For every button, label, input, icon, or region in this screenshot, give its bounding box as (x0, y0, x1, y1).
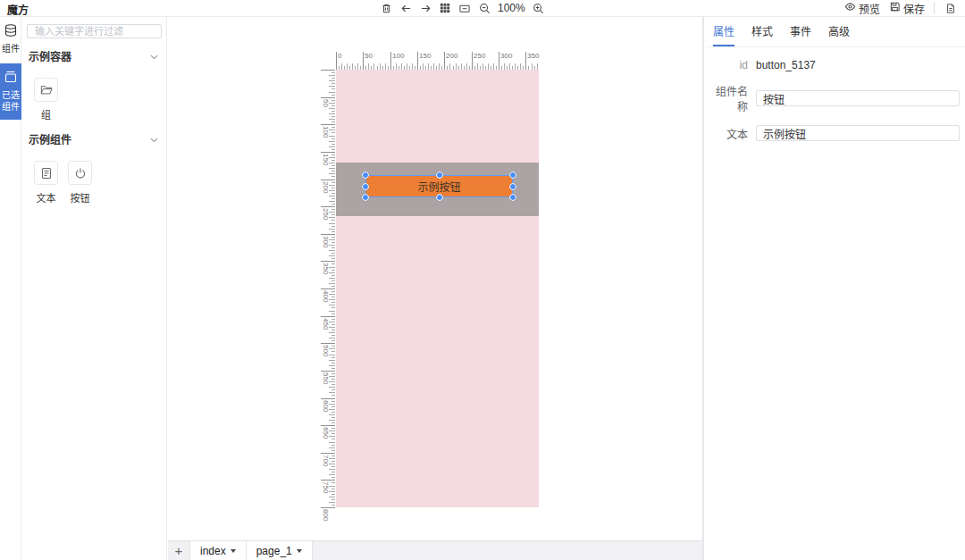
resize-handle-bottom-left[interactable] (362, 194, 369, 201)
id-value: button_5137 (756, 59, 816, 71)
rail-tab-components[interactable]: 组件 (0, 17, 21, 62)
folder-icon (34, 78, 58, 102)
resize-handle-top[interactable] (436, 171, 443, 179)
divider (934, 3, 935, 13)
search-input[interactable] (27, 24, 162, 38)
page-tab-label: page_1 (256, 545, 292, 557)
resize-handle-top-right[interactable] (509, 171, 516, 179)
tab-styles[interactable]: 样式 (751, 23, 773, 46)
page-canvas[interactable]: 示例按钮 (336, 70, 539, 507)
preview-label: 预览 (859, 1, 880, 16)
components-icon (4, 23, 18, 40)
component-items-row: 文本 按钮 (22, 161, 166, 205)
vertical-ruler: 5010015020025030035040045050055060065070… (321, 70, 335, 509)
caret-down-icon (297, 549, 302, 553)
pages-bar: + index page_1 (168, 540, 702, 560)
resize-handle-bottom[interactable] (436, 194, 443, 201)
component-label: 文本 (34, 190, 58, 205)
selected-button-label: 示例按钮 (417, 179, 460, 194)
chevron-down-icon (150, 50, 158, 63)
text-label: 文本 (706, 126, 748, 141)
zoom-out-icon[interactable] (477, 1, 491, 15)
topbar: 魔方 (0, 0, 965, 17)
rail-tab-label: 组件 (2, 43, 20, 54)
section-header-containers[interactable]: 示例容器 (22, 48, 166, 63)
save-icon (889, 1, 901, 15)
zoom-level: 100% (498, 2, 525, 14)
component-label: 组 (34, 107, 58, 121)
topbar-actions: 预览 保存 (844, 0, 958, 16)
inspector-panel: 属性 样式 事件 高级 id button_5137 组件名称 文本 (706, 17, 965, 560)
component-item-group[interactable]: 组 (34, 78, 58, 121)
rail-tab-label-line2: 组件 (2, 101, 20, 113)
inspector-tabs: 属性 样式 事件 高级 (706, 17, 965, 47)
component-name-label: 组件名称 (706, 83, 748, 113)
tab-advanced[interactable]: 高级 (828, 23, 850, 46)
page-tab-page-1[interactable]: page_1 (247, 541, 313, 560)
undo-icon[interactable] (399, 1, 413, 15)
text-file-icon (34, 161, 58, 185)
selected-button[interactable]: 示例按钮 (366, 176, 512, 196)
rail-tab-label-line1: 已选 (2, 89, 20, 101)
chevron-down-icon (150, 133, 158, 146)
caret-down-icon (231, 549, 236, 553)
screen-icon[interactable] (457, 1, 472, 15)
component-item-button[interactable]: 按钮 (68, 161, 92, 205)
resize-handle-top-left[interactable] (362, 171, 369, 179)
section-title: 示例容器 (29, 48, 71, 63)
redo-icon[interactable] (418, 1, 432, 15)
zoom-in-icon[interactable] (532, 1, 546, 15)
grid-icon[interactable] (438, 1, 452, 15)
text-row: 文本 (706, 125, 960, 141)
canvas-toolbar: 100% (379, 0, 546, 16)
trash-icon[interactable] (379, 1, 393, 15)
power-icon (68, 161, 92, 185)
page-tab-label: index (200, 545, 226, 557)
id-label: id (706, 59, 748, 71)
resize-handle-left[interactable] (362, 183, 369, 190)
component-items-row: 组 (22, 78, 166, 121)
component-label: 按钮 (68, 190, 92, 205)
resize-handle-right[interactable] (509, 183, 516, 190)
horizontal-ruler: 050100150200250300350 (336, 52, 543, 70)
component-name-input[interactable] (756, 90, 960, 106)
preview-icon (844, 1, 856, 15)
tab-events[interactable]: 事件 (790, 23, 811, 46)
app-title: 魔方 (7, 2, 29, 17)
resize-handle-bottom-right[interactable] (509, 194, 516, 201)
canvas-workspace: 050100150200250300350 501001502002503003… (168, 17, 704, 560)
components-panel: 示例容器 组 示例组件 文本 (22, 17, 167, 560)
rail-tab-selected-components[interactable]: 已选 组件 (0, 63, 21, 120)
id-row: id button_5137 (706, 59, 960, 71)
component-item-text[interactable]: 文本 (34, 161, 58, 205)
document-icon[interactable] (944, 1, 958, 15)
save-label: 保存 (903, 1, 925, 16)
preview-button[interactable]: 预览 (844, 1, 880, 16)
text-input[interactable] (756, 125, 960, 141)
selected-components-icon (4, 70, 18, 87)
add-page-button[interactable]: + (168, 541, 189, 560)
save-button[interactable]: 保存 (889, 1, 925, 16)
component-name-row: 组件名称 (706, 83, 960, 113)
section-title: 示例组件 (29, 131, 71, 146)
tab-properties[interactable]: 属性 (713, 23, 734, 46)
page-tab-index[interactable]: index (189, 541, 247, 560)
left-rail: 组件 已选 组件 (0, 17, 21, 560)
section-header-components[interactable]: 示例组件 (22, 131, 166, 146)
